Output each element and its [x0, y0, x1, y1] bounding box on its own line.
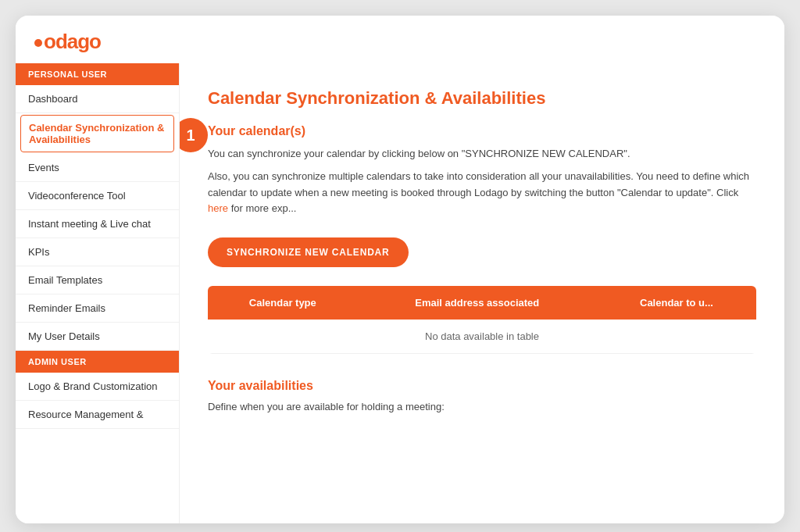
sidebar: PERSONAL USER Dashboard Calendar Synchro…	[16, 63, 180, 523]
sidebar-item-kpis[interactable]: KPIs	[16, 238, 179, 266]
sidebar-item-videoconference[interactable]: Videoconference Tool	[16, 182, 179, 210]
sidebar-item-email-templates[interactable]: Email Templates	[16, 266, 179, 295]
here-link[interactable]: here	[208, 202, 228, 214]
main-layout: PERSONAL USER Dashboard Calendar Synchro…	[16, 63, 784, 523]
availabilities-desc: Define when you are available for holdin…	[208, 401, 756, 412]
table-header-row: Calendar type Email address associated C…	[208, 286, 756, 320]
annotation-number: 1	[186, 127, 195, 145]
no-data-cell: No data available in table	[208, 320, 756, 354]
availabilities-title: Your availabilities	[208, 379, 756, 393]
logo: odago	[34, 30, 766, 54]
annotation-container: 1	[180, 135, 181, 166]
description-1: You can synchronize your calendar by cli…	[208, 146, 756, 162]
sidebar-item-dashboard[interactable]: Dashboard	[16, 85, 179, 113]
sidebar-item-logo-brand[interactable]: Logo & Brand Customization	[16, 373, 179, 401]
sidebar-item-instant-meeting[interactable]: Instant meeting & Live chat	[16, 210, 179, 238]
col-header-email-associated: Email address associated	[358, 286, 597, 320]
table-body: No data available in table	[208, 320, 756, 354]
sidebar-item-reminder-emails[interactable]: Reminder Emails	[16, 295, 179, 323]
sidebar-personal-user-header: PERSONAL USER	[16, 63, 179, 85]
table-header: Calendar type Email address associated C…	[208, 286, 756, 320]
page-title: Calendar Synchronization & Availabilitie…	[208, 88, 756, 109]
sidebar-item-my-user-details[interactable]: My User Details	[16, 323, 179, 351]
content-area: 1 Calendar Synchronization & Availabilit…	[180, 63, 784, 523]
description-2: Also, you can synchronize multiple calen…	[208, 169, 756, 217]
description-2-text: Also, you can synchronize multiple calen…	[208, 170, 749, 198]
no-data-row: No data available in table	[208, 320, 756, 354]
col-header-calendar-to-update: Calendar to u...	[597, 286, 756, 320]
app-wrapper: odago PERSONAL USER Dashboard Calendar S…	[16, 16, 784, 523]
top-bar: odago	[16, 16, 784, 63]
col-header-calendar-type: Calendar type	[208, 286, 358, 320]
synchronize-new-calendar-button[interactable]: SYNCHRONIZE NEW CALENDAR	[208, 237, 409, 267]
sidebar-admin-user-header: ADMIN USER	[16, 351, 179, 373]
description-2-end: for more exp...	[231, 202, 297, 214]
calendars-section-title: Your calendar(s)	[208, 124, 756, 138]
logo-dot	[34, 39, 42, 47]
sidebar-item-resource-mgmt[interactable]: Resource Management &	[16, 401, 179, 429]
logo-text: odago	[44, 30, 101, 53]
sidebar-item-calendar-sync[interactable]: Calendar Synchronization & Availabilitie…	[20, 115, 174, 152]
annotation-circle: 1	[180, 118, 208, 152]
calendar-table: Calendar type Email address associated C…	[208, 286, 756, 354]
sidebar-item-events[interactable]: Events	[16, 154, 179, 182]
